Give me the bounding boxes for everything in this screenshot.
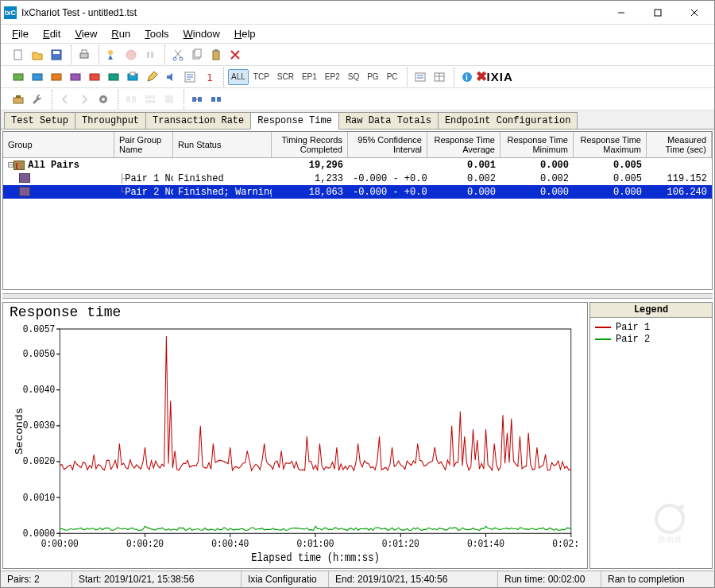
wrench-icon[interactable] [29,91,46,108]
svg-rect-22 [71,74,80,80]
table-row[interactable]: ├Pair 1 No GroupFinished1,233-0.000 - +0… [3,172,712,185]
endpoint6-icon[interactable] [105,68,122,86]
tab-endpoint-configuration[interactable]: Endpoint Configuration [438,112,578,129]
endpoint7-icon[interactable] [124,68,141,86]
stop-icon [122,46,140,64]
group-icon[interactable] [188,91,206,108]
filter-tcp[interactable]: TCP [250,69,272,85]
toolbar-misc [1,88,714,110]
svg-rect-21 [52,74,61,80]
status-runtime: Run time: 00:02:00 [498,571,601,587]
svg-rect-7 [80,53,88,58]
menu-help[interactable]: Help [228,26,262,41]
legend-item[interactable]: Pair 1 [595,322,707,333]
legend-item[interactable]: Pair 2 [595,334,707,345]
print-icon[interactable] [75,46,93,64]
ungroup-icon[interactable] [207,91,225,108]
tab-response-time[interactable]: Response Time [250,112,339,130]
svg-text:0:00:00: 0:00:00 [41,538,79,550]
svg-text:1: 1 [207,72,213,83]
gear-icon[interactable] [95,91,112,108]
chart-title: Response time [3,303,587,322]
col-max[interactable]: Response Time Maximum [574,132,647,157]
filter-ep1[interactable]: EP1 [299,69,320,85]
svg-rect-23 [90,74,99,80]
chart-area: Response time 0.00000.00100.00200.00300.… [2,302,713,569]
filter-all[interactable]: ALL [228,69,249,85]
table-row-summary[interactable]: ⊟ All Pairs19,2960.0010.0000.005 [3,158,712,172]
close-button[interactable] [676,2,713,24]
svg-rect-12 [151,52,153,58]
col-min[interactable]: Response Time Minimum [500,132,574,157]
filter-scr[interactable]: SCR [274,69,297,85]
menu-window[interactable]: Window [177,26,226,41]
menu-tools[interactable]: Tools [138,26,175,41]
run-icon[interactable] [103,46,121,64]
list-icon[interactable] [412,68,429,86]
endpoint4-icon[interactable] [67,68,84,86]
endpoint3-icon[interactable] [48,68,65,86]
endpoint2-icon[interactable] [29,68,46,86]
tab-test-setup[interactable]: Test Setup [4,112,75,129]
filter-sq[interactable]: SQ [345,69,362,85]
pair-icon [19,173,30,183]
pair-icon [19,187,30,196]
group-icon [14,161,25,170]
tab-raw-data-totals[interactable]: Raw Data Totals [338,112,439,129]
filter-ep2[interactable]: EP2 [322,69,343,85]
filter-pg[interactable]: PG [364,69,381,85]
menu-view[interactable]: View [68,26,103,41]
legend-panel: Legend Pair 1Pair 2 [589,302,713,569]
save-icon[interactable] [48,46,65,64]
endpoint1-icon[interactable] [10,68,27,86]
align1-icon [122,91,140,108]
table-body[interactable]: ⊟ All Pairs19,2960.0010.0000.005 ├Pair 1… [3,158,712,289]
filter-pc[interactable]: PC [384,69,401,85]
cut-icon[interactable] [169,46,187,64]
minimize-button[interactable] [603,2,640,24]
toolbox-icon[interactable] [10,91,27,108]
chart-plot[interactable]: 0.00000.00100.00200.00300.00400.00500.00… [11,323,579,565]
copy-icon[interactable] [188,46,206,64]
config-icon[interactable] [181,68,199,86]
speaker-icon[interactable] [162,68,180,86]
paste-icon[interactable] [207,46,225,64]
status-config: Ixia Configuratio [242,571,329,587]
svg-rect-17 [213,51,219,60]
svg-rect-47 [198,97,202,102]
menu-file[interactable]: File [6,26,35,41]
endpoint5-icon[interactable] [86,68,103,86]
result-tabs: Test SetupThroughputTransaction RateResp… [1,110,714,130]
col-pair-group[interactable]: Pair Group Name [114,132,173,157]
col-run-status[interactable]: Run Status [173,132,272,157]
svg-rect-44 [145,100,155,103]
window-title: IxChariot Test - untitled1.tst [21,7,603,18]
maximize-button[interactable] [640,2,676,24]
tab-throughput[interactable]: Throughput [75,112,146,129]
col-group[interactable]: Group [3,132,114,157]
svg-text:0.0010: 0.0010 [23,492,55,504]
col-measured[interactable]: Measured Time (sec) [647,132,712,157]
svg-rect-24 [109,74,118,80]
align3-icon [160,91,178,108]
svg-rect-11 [147,52,149,58]
svg-text:0.0040: 0.0040 [23,385,55,397]
delete-icon[interactable] [226,46,244,64]
new-icon[interactable] [10,46,27,64]
menu-edit[interactable]: Edit [37,26,67,41]
menu-run[interactable]: Run [105,26,137,41]
edit-endpoint-icon[interactable] [143,68,160,86]
table-icon[interactable] [431,68,448,86]
splitter[interactable] [2,293,713,299]
svg-text:0.0030: 0.0030 [23,420,55,432]
col-avg[interactable]: Response Time Average [427,132,500,157]
one-icon[interactable]: 1 [200,68,218,86]
svg-text:0.0057: 0.0057 [23,323,55,335]
table-row[interactable]: └Pair 2 No GroupFinished; Warning(s)18,0… [3,185,712,199]
col-timing[interactable]: Timing Records Completed [272,132,348,157]
info-icon[interactable]: i [458,68,476,86]
col-confidence[interactable]: 95% Confidence Interval [348,132,427,157]
tab-transaction-rate[interactable]: Transaction Rate [145,112,251,129]
legend-title: Legend [590,303,712,318]
open-icon[interactable] [29,46,46,64]
